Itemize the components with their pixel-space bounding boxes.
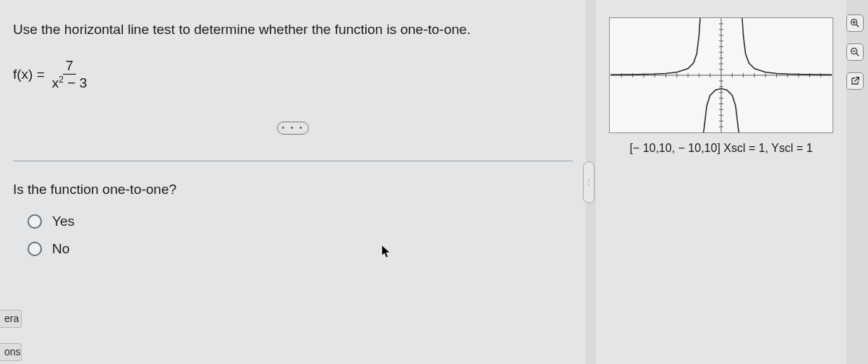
equation: f(x) = 7 x2 − 3	[13, 58, 573, 91]
panel-expander[interactable]: ⋮	[583, 161, 595, 203]
question-panel: Use the horizontal line test to determin…	[0, 0, 586, 364]
svg-line-43	[856, 54, 859, 56]
option-yes[interactable]: Yes	[27, 213, 573, 229]
option-no[interactable]: No	[27, 241, 573, 257]
equation-lhs: f(x) =	[13, 67, 45, 82]
zoom-in-icon	[849, 17, 861, 29]
graph-caption: [− 10,10, − 10,10] Xscl = 1, Yscl = 1	[609, 142, 833, 155]
numerator: 7	[63, 58, 77, 75]
graph-svg	[610, 18, 833, 132]
divider	[13, 161, 573, 161]
open-external-button[interactable]	[846, 72, 864, 90]
zoom-out-button[interactable]	[846, 43, 864, 61]
side-tab-2[interactable]: ons	[0, 343, 22, 361]
zoom-in-button[interactable]	[846, 14, 864, 32]
graph-box	[609, 17, 833, 133]
denominator: x2 − 3	[49, 75, 90, 91]
external-link-icon	[849, 75, 861, 87]
zoom-out-icon	[849, 46, 861, 58]
options-group: Yes No	[27, 213, 573, 257]
side-tab-1[interactable]: era	[0, 310, 22, 328]
svg-line-39	[856, 25, 859, 27]
radio-icon	[27, 242, 42, 256]
question-text: Is the function one-to-one?	[13, 182, 573, 198]
equation-fraction: 7 x2 − 3	[49, 58, 90, 91]
graph-panel: [− 10,10, − 10,10] Xscl = 1, Yscl = 1	[596, 0, 846, 364]
dots-row: • • •	[13, 120, 573, 153]
option-yes-label: Yes	[52, 213, 75, 229]
more-options-pill[interactable]: • • •	[277, 122, 309, 135]
radio-icon	[27, 214, 42, 229]
option-no-label: No	[52, 241, 69, 257]
instruction-text: Use the horizontal line test to determin…	[13, 22, 573, 38]
tool-panel	[846, 14, 865, 90]
